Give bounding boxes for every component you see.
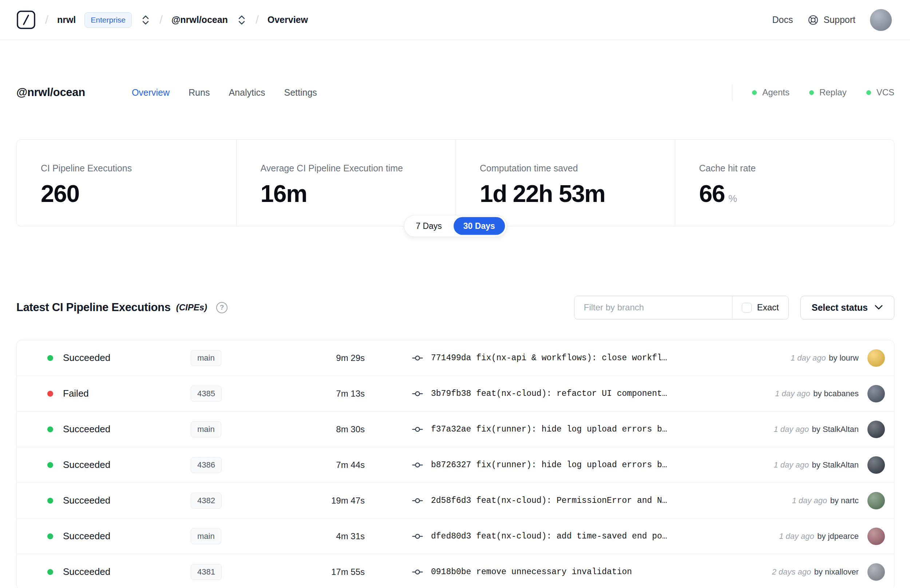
breadcrumb-separator: / (160, 13, 163, 27)
status-text: Succeeded (63, 566, 110, 577)
status-text: Succeeded (63, 495, 110, 506)
enterprise-badge: Enterprise (84, 12, 132, 27)
branch-badge: 4382 (191, 493, 221, 509)
breadcrumb-workspace[interactable]: @nrwl/ocean (171, 15, 228, 25)
status-text: Succeeded (63, 530, 110, 542)
table-row[interactable]: Succeeded main 8m 30s f37a32ae fix(runne… (17, 412, 894, 447)
duration: 4m 31s (282, 531, 365, 541)
date-range-toggle: 7 Days 30 Days (404, 215, 507, 237)
topbar: / nrwl Enterprise / @nrwl/ocean / Overvi… (0, 0, 910, 40)
breadcrumb-page: Overview (268, 15, 308, 25)
author-avatar[interactable] (867, 385, 885, 402)
main-content: @nrwl/ocean Overview Runs Analytics Sett… (0, 84, 910, 588)
commit-text: 2d58f6d3 feat(nx-cloud): PermissionError… (431, 496, 667, 506)
branch-filter-input[interactable] (574, 296, 732, 319)
row-time: 1 day ago (774, 425, 809, 434)
row-time: 1 day ago (779, 531, 814, 541)
row-time: 1 day ago (775, 389, 810, 398)
page-title: @nrwl/ocean (16, 86, 85, 99)
workspace-switcher-button[interactable] (237, 13, 247, 27)
git-commit-icon (412, 352, 423, 363)
row-author: by nartc (830, 496, 859, 505)
support-label: Support (823, 15, 855, 25)
exact-checkbox[interactable] (742, 303, 752, 313)
table-row[interactable]: Succeeded 4386 7m 44s b8726327 fix(runne… (17, 447, 894, 483)
git-commit-icon (412, 495, 423, 506)
chevron-up-down-icon (141, 14, 150, 26)
breadcrumb-separator: / (45, 13, 48, 27)
cipes-header: Latest CI Pipeline Executions (CIPEs) ? … (16, 296, 894, 320)
status-text: Succeeded (63, 352, 110, 363)
duration: 19m 47s (282, 496, 365, 506)
status-item-vcs[interactable]: VCS (866, 87, 894, 97)
workspace-header: @nrwl/ocean Overview Runs Analytics Sett… (16, 84, 894, 101)
git-commit-icon (412, 460, 423, 470)
row-author: by nixallover (814, 567, 859, 577)
cipes-subtitle: (CIPEs) (176, 302, 207, 313)
cipes-title: Latest CI Pipeline Executions (16, 301, 171, 314)
row-time: 1 day ago (774, 460, 809, 469)
table-row[interactable]: Succeeded main 9m 29s 771499da fix(nx-ap… (17, 340, 894, 376)
git-commit-icon (412, 388, 423, 399)
tab-runs[interactable]: Runs (189, 87, 210, 98)
breadcrumb-org[interactable]: nrwl (57, 15, 76, 25)
row-author: by StalkAltan (812, 460, 859, 469)
status-text: Failed (63, 388, 89, 399)
exact-label: Exact (757, 302, 779, 313)
commit-text: 771499da fix(nx-api & workflows): close … (431, 353, 667, 363)
nx-logo[interactable] (16, 10, 36, 30)
row-time: 2 days ago (772, 567, 811, 577)
row-author: by bcabanes (813, 389, 859, 398)
branch-filter-group: Exact (574, 296, 789, 320)
range-7-days-button[interactable]: 7 Days (406, 217, 452, 235)
branch-badge: main (191, 422, 221, 437)
tab-overview[interactable]: Overview (132, 87, 170, 98)
branch-badge: main (191, 350, 221, 366)
author-avatar[interactable] (867, 349, 885, 367)
branch-badge: 4386 (191, 457, 221, 473)
support-link[interactable]: Support (807, 14, 855, 26)
help-icon[interactable]: ? (216, 302, 228, 313)
user-avatar[interactable] (870, 9, 892, 31)
duration: 9m 29s (282, 353, 365, 363)
cipe-table: Succeeded main 9m 29s 771499da fix(nx-ap… (16, 340, 894, 588)
table-row[interactable]: Succeeded 4382 19m 47s 2d58f6d3 feat(nx-… (17, 483, 894, 519)
status-item-replay[interactable]: Replay (809, 87, 847, 97)
breadcrumb-separator: / (255, 13, 259, 27)
author-avatar[interactable] (867, 421, 885, 438)
git-commit-icon (412, 567, 423, 577)
git-commit-icon (412, 531, 423, 542)
green-dot-icon (752, 90, 757, 95)
row-author: by StalkAltan (812, 425, 859, 434)
row-author: by lourw (829, 353, 859, 362)
range-30-days-button[interactable]: 30 Days (454, 217, 505, 235)
tab-analytics[interactable]: Analytics (229, 87, 265, 98)
status-text: Succeeded (63, 459, 110, 470)
status-text: Succeeded (63, 423, 110, 435)
table-row[interactable]: Succeeded main 4m 31s dfed80d3 feat(nx-c… (17, 519, 894, 554)
stat-card-avg-time: Average CI Pipeline Execution time 16m (236, 140, 456, 226)
select-status-button[interactable]: Select status (800, 296, 894, 320)
table-row[interactable]: Failed 4385 7m 13s 3b79fb38 feat(nx-clou… (17, 376, 894, 412)
tab-settings[interactable]: Settings (284, 87, 317, 98)
author-avatar[interactable] (867, 528, 885, 545)
branch-badge: main (191, 528, 221, 544)
status-item-agents[interactable]: Agents (752, 87, 789, 97)
exact-filter-segment: Exact (732, 296, 789, 319)
author-avatar[interactable] (867, 563, 885, 581)
author-avatar[interactable] (867, 492, 885, 509)
lifebuoy-icon (807, 14, 819, 26)
commit-text: f37a32ae fix(runner): hide log upload er… (431, 425, 667, 434)
org-switcher-button[interactable] (141, 13, 151, 27)
status-dot-icon (47, 533, 53, 539)
status-dot-icon (47, 391, 53, 397)
duration: 7m 44s (282, 460, 365, 470)
docs-link[interactable]: Docs (772, 15, 793, 25)
duration: 7m 13s (282, 389, 365, 399)
table-row[interactable]: Succeeded 4381 17m 55s 0918b0be remove u… (17, 554, 894, 588)
row-time: 1 day ago (792, 496, 828, 505)
commit-text: dfed80d3 feat(nx-cloud): add time-saved … (431, 531, 667, 541)
green-dot-icon (866, 90, 871, 95)
author-avatar[interactable] (867, 456, 885, 474)
branch-badge: 4381 (191, 564, 221, 580)
